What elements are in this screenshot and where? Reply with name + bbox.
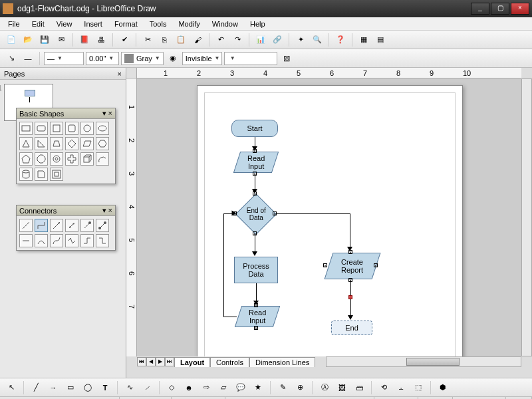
maximize-button[interactable]: ▢	[491, 3, 509, 15]
connector-curve-icon[interactable]	[35, 234, 48, 247]
print-button[interactable]: 🖶	[94, 33, 108, 47]
arrow-style-button[interactable]: ↘	[4, 51, 19, 66]
shape-arc-icon[interactable]	[96, 152, 109, 166]
shape-read-input-2[interactable]: Read Input	[235, 306, 280, 327]
tab-nav-first[interactable]: ⏮	[137, 357, 146, 366]
shape-octagon-icon[interactable]	[35, 152, 48, 166]
tab-controls[interactable]: Controls	[210, 357, 249, 367]
menu-window[interactable]: Window	[207, 19, 243, 29]
menu-edit[interactable]: Edit	[27, 19, 50, 29]
grid-button[interactable]: ▦	[356, 33, 371, 47]
help-button[interactable]: ❓	[333, 33, 348, 47]
from-file-tool[interactable]: 🖼	[334, 380, 349, 395]
shape-roundrect-icon[interactable]	[35, 122, 48, 135]
menu-help[interactable]: Help	[245, 19, 271, 29]
menu-format[interactable]: Format	[109, 19, 143, 29]
shape-read-input-1[interactable]: Read Input	[233, 152, 279, 173]
copy-button[interactable]: ⎘	[157, 33, 172, 47]
align-tool[interactable]: ⫠	[394, 380, 408, 395]
shape-roundsquare-icon[interactable]	[65, 122, 78, 135]
fontwork-tool[interactable]: Ⓐ	[317, 380, 332, 395]
palette-dropdown-icon[interactable]: ▾ ×	[102, 109, 112, 118]
page[interactable]: Start Read Input × × End of Data × × ×	[197, 85, 463, 356]
shape-folded-icon[interactable]	[35, 168, 48, 181]
basic-shapes-tool[interactable]: ◇	[164, 380, 179, 395]
navigator-button[interactable]: ✦	[293, 33, 308, 47]
ellipse-tool[interactable]: ◯	[80, 380, 95, 395]
pages-panel-close-icon[interactable]: ×	[118, 70, 122, 78]
new-button[interactable]: 📄	[4, 33, 19, 47]
fill-style-dropdown[interactable]: Invisible▼	[182, 52, 222, 65]
arrow-tool[interactable]: →	[46, 380, 61, 395]
connector-zigzag-icon[interactable]	[65, 234, 78, 247]
connector-curve2-icon[interactable]	[50, 234, 63, 247]
flowchart-tool[interactable]: ▱	[216, 380, 231, 395]
connector-circle-icon[interactable]	[80, 219, 94, 232]
menu-view[interactable]: View	[51, 19, 78, 29]
connectors-palette[interactable]: Connectors▾ ×	[16, 205, 116, 251]
cut-button[interactable]: ✂	[140, 33, 155, 47]
connection-handle[interactable]	[348, 295, 352, 299]
basic-shapes-palette[interactable]: Basic Shapes▾ ×	[16, 108, 116, 184]
shape-process[interactable]: Process Data	[234, 257, 278, 283]
symbol-shapes-tool[interactable]: ☻	[182, 380, 196, 395]
block-arrows-tool[interactable]: ⇨	[199, 380, 213, 395]
shape-pentagon-icon[interactable]	[19, 152, 33, 166]
shape-parallelogram-icon[interactable]	[80, 137, 94, 150]
guides-button[interactable]: ▤	[373, 33, 388, 47]
line-style-dropdown[interactable]: —▼	[44, 52, 84, 65]
menu-file[interactable]: File	[3, 19, 25, 29]
rotate-tool[interactable]: ⟲	[376, 380, 391, 395]
connector-straight-icon[interactable]	[19, 219, 33, 232]
shape-ring-icon[interactable]	[50, 152, 63, 166]
callout-tool[interactable]: 💬	[233, 380, 248, 395]
extrusion-tool[interactable]: ⬢	[436, 380, 450, 395]
email-button[interactable]: ✉	[54, 33, 68, 47]
gallery-tool[interactable]: 🗃	[352, 380, 366, 395]
shape-end[interactable]: End	[331, 321, 372, 335]
curve-tool[interactable]: ∿	[122, 380, 137, 395]
shape-cube-icon[interactable]	[80, 152, 94, 166]
hyperlink-button[interactable]: 🔗	[270, 33, 285, 47]
shape-rect-icon[interactable]	[19, 122, 33, 135]
paste-button[interactable]: 📋	[174, 33, 188, 47]
text-tool[interactable]: T	[98, 380, 112, 395]
shape-ellipse-icon[interactable]	[96, 122, 109, 135]
menu-modify[interactable]: Modify	[173, 19, 205, 29]
tab-nav-next[interactable]: ▶	[156, 357, 165, 366]
connector-arrow-icon[interactable]	[50, 219, 63, 232]
points-tool[interactable]: ✎	[275, 380, 290, 395]
tab-nav-prev[interactable]: ◀	[146, 357, 156, 366]
arrange-tool[interactable]: ⬚	[411, 380, 426, 395]
shape-cross-icon[interactable]	[65, 152, 78, 166]
format-paint-button[interactable]: 🖌	[190, 33, 205, 47]
redo-button[interactable]: ↷	[230, 33, 245, 47]
connector-circles-icon[interactable]	[96, 219, 109, 232]
shape-frame-icon[interactable]	[50, 168, 63, 181]
connector-tool[interactable]: ⟋	[140, 380, 154, 395]
menu-tools[interactable]: Tools	[144, 19, 172, 29]
shape-circle-icon[interactable]	[80, 122, 94, 135]
vertical-scrollbar[interactable]	[521, 78, 532, 356]
shape-rtriangle-icon[interactable]	[35, 137, 48, 150]
fill-color-dropdown[interactable]: ▼	[224, 52, 277, 65]
connector-line-icon[interactable]	[19, 234, 33, 247]
line-tool[interactable]: ╱	[29, 380, 43, 395]
glue-tool[interactable]: ⊕	[293, 380, 307, 395]
shape-hexagon-icon[interactable]	[96, 137, 109, 150]
tab-nav-last[interactable]: ⏭	[165, 357, 174, 366]
line-color-dropdown[interactable]: Gray▼	[121, 52, 164, 65]
chart-button[interactable]: 📊	[253, 33, 268, 47]
spellcheck-button[interactable]: ✔	[117, 33, 132, 47]
canvas-viewport[interactable]: Start Read Input × × End of Data × × ×	[137, 78, 521, 356]
minimize-button[interactable]: _	[471, 3, 489, 15]
shape-cylinder-icon[interactable]	[19, 168, 33, 181]
connector-step-icon[interactable]	[80, 234, 94, 247]
shadow-button[interactable]: ▧	[279, 51, 294, 66]
shape-decision[interactable]: End of Data	[235, 194, 277, 235]
connector-arrows-icon[interactable]	[65, 219, 78, 232]
area-button[interactable]: ◉	[166, 51, 180, 66]
connector-step2-icon[interactable]	[96, 234, 109, 247]
select-tool[interactable]: ↖	[4, 380, 19, 395]
horizontal-scrollbar[interactable]	[326, 356, 521, 367]
